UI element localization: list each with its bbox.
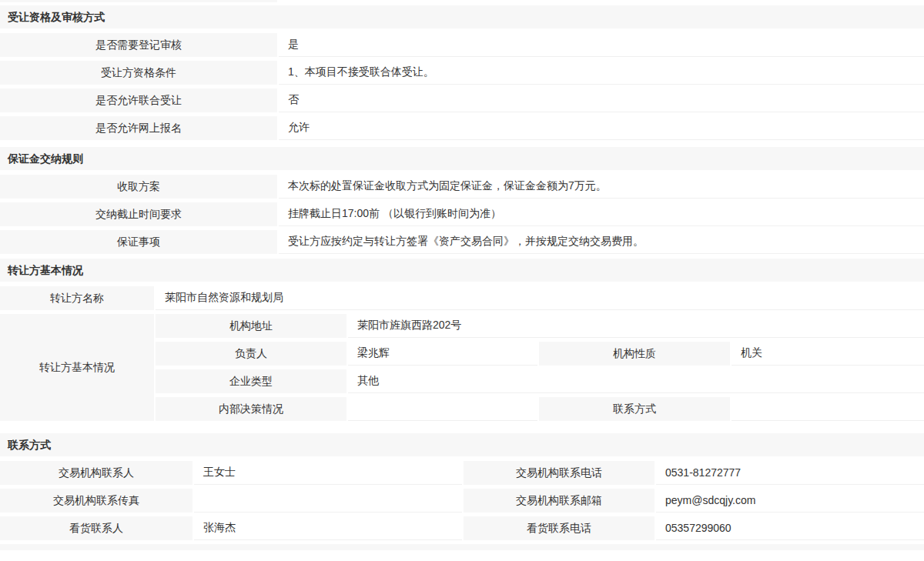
table-row-payment-deadline: 交纳截止时间要求 挂牌截止日17:00前 （以银行到账时间为准）: [0, 202, 924, 226]
field-label: 看货联系人: [0, 516, 192, 540]
field-value: 受让方应按约定与转让方签署《资产交易合同》，并按规定交纳交易费用。: [279, 230, 924, 254]
field-label: 交易机构联系人: [0, 461, 192, 485]
field-value: 王女士: [194, 461, 462, 485]
field-value: 否: [279, 88, 924, 112]
field-value: 莱阳市自然资源和规划局: [156, 286, 924, 310]
field-label-rowspan: 转让方基本情况: [0, 314, 154, 421]
previous-row-value-cell: [279, 0, 924, 2]
transferor-detail-block: 转让方基本情况 机构地址 莱阳市旌旗西路202号 负责人 梁兆辉 机构性质 机关…: [0, 314, 924, 421]
field-value: 本次标的处置保证金收取方式为固定保证金，保证金金额为7万元。: [279, 175, 924, 199]
table-row-agency-contact: 交易机构联系人 王女士 交易机构联系电话 0531-81272777: [0, 461, 924, 485]
field-value: 张海杰: [194, 516, 462, 540]
field-label: 机构性质: [539, 342, 730, 366]
field-value: 机关: [732, 342, 924, 366]
table-row-registration-review: 是否需要登记审核 是: [0, 33, 924, 57]
field-value: 梁兆辉: [348, 342, 537, 366]
field-label: 看货联系电话: [464, 516, 654, 540]
table-row-principal: 负责人 梁兆辉 机构性质 机关: [156, 342, 924, 366]
field-value: [348, 397, 537, 421]
section-transfer-qualification: 受让资格及审核方式 是否需要登记审核 是 受让方资格条件 1、本项目不接受联合体…: [0, 5, 924, 140]
field-label: 企业类型: [156, 369, 346, 393]
table-row-online-signup-allowed: 是否允许网上报名 允许: [0, 116, 924, 140]
table-row-enterprise-type: 企业类型 其他: [156, 369, 924, 393]
field-value: 允许: [279, 116, 924, 140]
table-row-collection-plan: 收取方案 本次标的处置保证金收取方式为固定保证金，保证金金额为7万元。: [0, 175, 924, 199]
field-label: 是否允许网上报名: [0, 116, 277, 140]
field-label: 交易机构联系传真: [0, 489, 192, 513]
table-row-internal-decision: 内部决策情况 联系方式: [156, 397, 924, 421]
field-value: 挂牌截止日17:00前 （以银行到账时间为准）: [279, 202, 924, 226]
previous-row-remnant: [0, 0, 924, 2]
field-value: 0531-81272777: [656, 461, 924, 485]
listing-detail-page: 受让资格及审核方式 是否需要登记审核 是 受让方资格条件 1、本项目不接受联合体…: [0, 0, 924, 561]
section-title: 受让资格及审核方式: [0, 5, 924, 28]
field-label: 收取方案: [0, 175, 277, 199]
field-label: 转让方名称: [0, 286, 154, 310]
field-value: 其他: [348, 369, 924, 393]
section-transferor-info: 转让方基本情况 转让方名称 莱阳市自然资源和规划局 转让方基本情况 机构地址 莱…: [0, 259, 924, 421]
field-value: 1、本项目不接受联合体受让。: [279, 61, 924, 85]
table-row-joint-transfer-allowed: 是否允许联合受让 否: [0, 88, 924, 112]
field-label: 是否需要登记审核: [0, 33, 277, 57]
field-label: 交纳截止时间要求: [0, 202, 277, 226]
field-label: 内部决策情况: [156, 397, 346, 421]
next-section-remnant: [0, 544, 924, 550]
field-label: 交易机构联系电话: [464, 461, 654, 485]
field-value: 莱阳市旌旗西路202号: [348, 314, 924, 338]
table-row-guarantee-items: 保证事项 受让方应按约定与转让方签署《资产交易合同》，并按规定交纳交易费用。: [0, 230, 924, 254]
section-title: 联系方式: [0, 433, 924, 456]
field-value: [732, 397, 924, 421]
section-contact-info: 联系方式 交易机构联系人 王女士 交易机构联系电话 0531-81272777 …: [0, 433, 924, 540]
section-deposit-rules: 保证金交纳规则 收取方案 本次标的处置保证金收取方式为固定保证金，保证金金额为7…: [0, 147, 924, 254]
field-value: 05357299060: [656, 516, 924, 540]
table-row-transferor-name: 转让方名称 莱阳市自然资源和规划局: [0, 286, 924, 310]
table-row-transferee-conditions: 受让方资格条件 1、本项目不接受联合体受让。: [0, 61, 924, 85]
previous-row-label-cell: [0, 0, 277, 2]
field-label: 负责人: [156, 342, 346, 366]
section-title: 转让方基本情况: [0, 259, 924, 282]
field-value: peym@sdcqjy.com: [656, 489, 924, 513]
field-label: 受让方资格条件: [0, 61, 277, 85]
field-label: 保证事项: [0, 230, 277, 254]
field-value: [194, 489, 462, 513]
field-label: 是否允许联合受让: [0, 88, 277, 112]
table-row-inspection-contact: 看货联系人 张海杰 看货联系电话 05357299060: [0, 516, 924, 540]
transferor-detail-rows: 机构地址 莱阳市旌旗西路202号 负责人 梁兆辉 机构性质 机关 企业类型 其他…: [156, 314, 924, 421]
field-label: 机构地址: [156, 314, 346, 338]
section-title: 保证金交纳规则: [0, 147, 924, 170]
field-label: 联系方式: [539, 397, 730, 421]
field-value: 是: [279, 33, 924, 57]
table-row-agency-fax-email: 交易机构联系传真 交易机构联系邮箱 peym@sdcqjy.com: [0, 489, 924, 513]
table-row-org-address: 机构地址 莱阳市旌旗西路202号: [156, 314, 924, 338]
field-label: 交易机构联系邮箱: [464, 489, 654, 513]
